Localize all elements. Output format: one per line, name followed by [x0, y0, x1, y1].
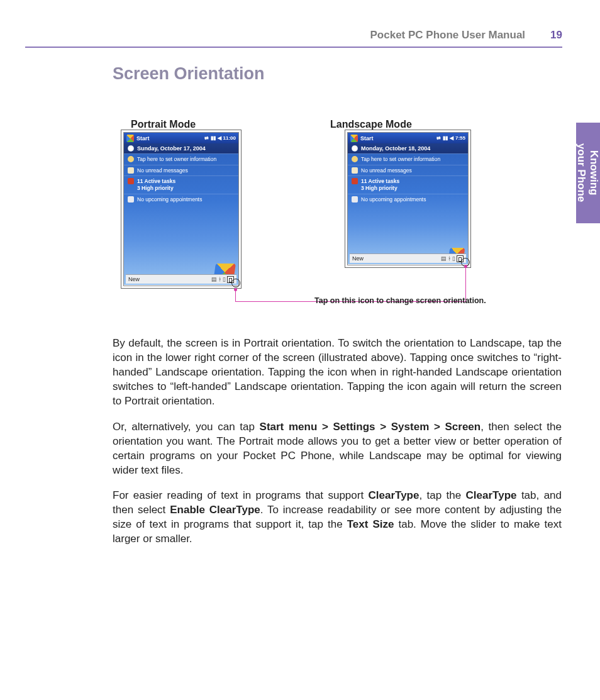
- command-tray: ▤ ᚼ ▯: [211, 276, 234, 283]
- windows-flag-icon: [350, 135, 358, 142]
- bt-icon: ᚼ: [218, 276, 221, 282]
- start-label: Start: [360, 135, 374, 142]
- paragraph-1: By default, the screen is in Portrait or…: [113, 336, 562, 409]
- start-label: Start: [136, 135, 150, 142]
- callout-caption: Tap on this icon to change screen orient…: [314, 296, 486, 305]
- speaker-icon: ◀: [450, 135, 453, 141]
- clock-text: 7:55: [455, 135, 465, 141]
- command-bar: New ▤ ᚼ ▯: [350, 253, 466, 263]
- command-bar: New ▤ ᚼ ▯: [126, 274, 236, 284]
- chapter-tab-line1: Knowing: [589, 150, 600, 196]
- manual-page: 19 Pocket PC Phone User Manual Knowing y…: [0, 0, 600, 700]
- chapter-thumb-tab: Knowing your Phone: [576, 123, 600, 223]
- new-button-label: New: [128, 276, 140, 282]
- today-background: Tap here to set owner information No unr…: [348, 153, 468, 264]
- signal-icon: ▮▮: [443, 135, 448, 141]
- leader-line: [235, 301, 303, 302]
- bt-icon: ᚼ: [448, 255, 451, 262]
- signal-icon: ▮▮: [211, 135, 216, 141]
- owner-text: Tap here to set owner information: [137, 156, 216, 163]
- calendar-icon: [128, 196, 134, 203]
- start-bar: Start ⇄ ▮▮ ◀ 7:55: [348, 133, 468, 143]
- today-date-row: Sunday, October 17, 2004: [124, 143, 238, 153]
- appointments-text: No upcoming appointments: [137, 196, 202, 203]
- leader-line: [235, 289, 236, 301]
- battery-icon: ▯: [223, 276, 226, 282]
- page-header: 19 Pocket PC Phone User Manual: [25, 29, 562, 42]
- owner-icon: [352, 156, 358, 162]
- messages-text: No unread messages: [137, 167, 188, 174]
- connectivity-icon: ⇄: [204, 135, 209, 141]
- sim-icon: ▤: [441, 255, 447, 262]
- paragraph-3: For easier reading of text in programs t…: [113, 489, 562, 547]
- section-title: Screen Orientation: [113, 64, 265, 84]
- tasks-icon: [128, 178, 134, 184]
- speaker-icon: ◀: [218, 135, 221, 141]
- calendar-icon: [352, 196, 358, 203]
- new-button-label: New: [352, 255, 364, 262]
- page-number: 19: [550, 29, 562, 42]
- connectivity-icon: ⇄: [436, 135, 441, 141]
- today-date-row: Monday, October 18, 2004: [348, 143, 468, 153]
- landscape-device-screenshot: Start ⇄ ▮▮ ◀ 7:55 Monday, October 18, 20…: [345, 130, 471, 268]
- sim-icon: ▤: [211, 276, 217, 282]
- today-date: Sunday, October 17, 2004: [137, 145, 206, 152]
- clock-icon: [352, 145, 358, 152]
- windows-flag-icon: [126, 135, 134, 142]
- battery-icon: ▯: [452, 255, 455, 262]
- clock-icon: [128, 145, 134, 152]
- status-tray: ⇄ ▮▮ ◀ 11:00: [204, 135, 236, 141]
- landscape-mode-label: Landscape Mode: [330, 119, 412, 130]
- owner-text: Tap here to set owner information: [361, 156, 440, 163]
- command-tray: ▤ ᚼ ▯: [441, 255, 464, 262]
- mail-icon: [128, 167, 134, 174]
- mail-icon: [352, 167, 358, 174]
- clock-text: 11:00: [223, 135, 236, 141]
- portrait-device-screenshot: Start ⇄ ▮▮ ◀ 11:00 Sunday, October 17, 2…: [121, 130, 242, 289]
- start-bar: Start ⇄ ▮▮ ◀ 11:00: [124, 133, 238, 143]
- owner-icon: [128, 156, 134, 162]
- appointments-text: No upcoming appointments: [361, 196, 426, 203]
- tasks-text: 11 Active tasks 3 High priority: [361, 178, 399, 191]
- portrait-mode-label: Portrait Mode: [131, 119, 196, 130]
- chapter-tab-line2: your Phone: [576, 143, 588, 203]
- today-background: Tap here to set owner information No unr…: [124, 153, 238, 285]
- tasks-icon: [352, 178, 358, 184]
- status-tray: ⇄ ▮▮ ◀ 7:55: [436, 135, 465, 141]
- callout-circle: [231, 279, 240, 287]
- paragraph-2: Or, alternatively, you can tap Start men…: [113, 420, 562, 478]
- header-rule: [25, 47, 562, 48]
- manual-title: Pocket PC Phone User Manual: [370, 29, 526, 42]
- today-date: Monday, October 18, 2004: [361, 145, 430, 152]
- messages-text: No unread messages: [361, 167, 412, 174]
- tasks-text: 11 Active tasks 3 High priority: [137, 178, 175, 191]
- body-text: By default, the screen is in Portrait or…: [113, 336, 562, 558]
